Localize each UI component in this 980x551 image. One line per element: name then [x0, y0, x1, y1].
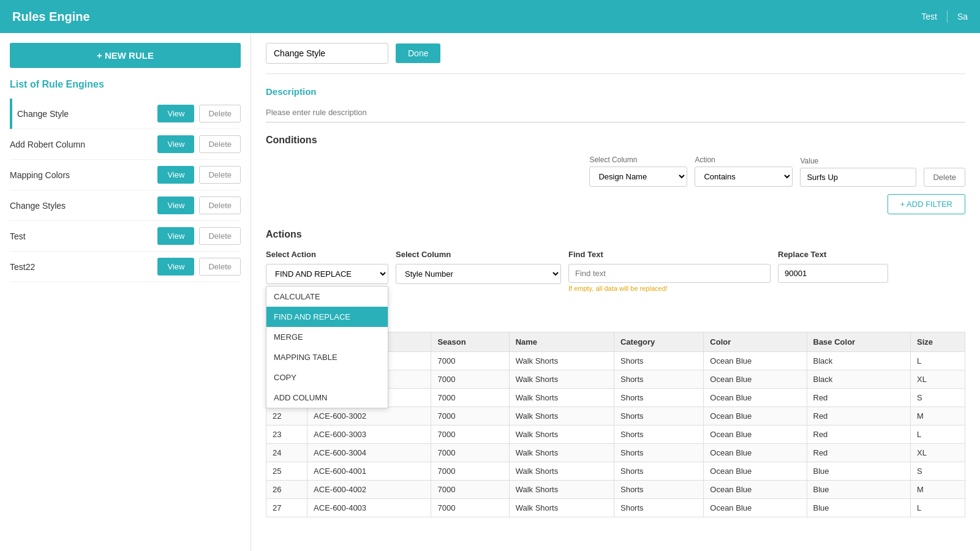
- table-cell: Red: [807, 425, 911, 444]
- table-cell: Shorts: [614, 425, 703, 444]
- table-cell: M: [911, 407, 965, 425]
- action-dropdown[interactable]: Contains Equals: [695, 167, 793, 187]
- rule-item: Mapping ColorsViewDelete: [10, 160, 241, 190]
- rule-name-input[interactable]: [266, 43, 388, 64]
- select-column-dropdown[interactable]: Design Name Style Number: [589, 167, 687, 187]
- dropdown-item[interactable]: MERGE: [266, 327, 388, 347]
- table-cell: Shorts: [614, 389, 703, 407]
- table-row: 26ACE-600-40027000Walk ShortsShortsOcean…: [266, 481, 965, 499]
- table-cell: Walk Shorts: [509, 444, 614, 462]
- delete-button[interactable]: Delete: [199, 258, 241, 276]
- select-column-label: Select Column: [589, 156, 687, 164]
- table-cell: Ocean Blue: [704, 389, 807, 407]
- table-cell: Walk Shorts: [509, 370, 614, 389]
- dropdown-item[interactable]: CALCULATE: [266, 287, 388, 307]
- delete-button[interactable]: Delete: [199, 227, 241, 245]
- table-cell: M: [911, 481, 965, 499]
- conditions-row: Select Column Design Name Style Number A…: [266, 156, 965, 187]
- view-button[interactable]: View: [157, 197, 194, 214]
- table-row: 23ACE-600-30037000Walk ShortsShortsOcean…: [266, 425, 965, 444]
- dropdown-item[interactable]: MAPPING TABLE: [266, 347, 388, 367]
- dropdown-item[interactable]: ADD COLUMN: [266, 388, 388, 408]
- table-cell: 24: [266, 444, 307, 462]
- nav-test[interactable]: Test: [921, 12, 937, 21]
- action-group: Action Contains Equals: [695, 156, 793, 187]
- action-select[interactable]: FIND AND REPLACE CALCULATE MERGE MAPPING…: [266, 264, 388, 284]
- rule-item: Test22ViewDelete: [10, 252, 241, 282]
- table-cell: Shorts: [614, 481, 703, 499]
- new-rule-button[interactable]: + NEW RULE: [10, 43, 241, 68]
- rule-actions: ViewDelete: [157, 258, 241, 276]
- rules-list: Change StyleViewDeleteAdd Robert ColumnV…: [10, 99, 241, 282]
- find-text-input[interactable]: [568, 264, 771, 283]
- table-cell: 7000: [431, 462, 509, 481]
- delete-button[interactable]: Delete: [199, 135, 241, 153]
- table-cell: 25: [266, 462, 307, 481]
- table-header: Name: [509, 332, 614, 352]
- table-cell: 7000: [431, 425, 509, 444]
- replace-text-input[interactable]: [778, 264, 888, 283]
- value-input[interactable]: [800, 168, 916, 187]
- delete-condition-button[interactable]: Delete: [924, 168, 965, 187]
- view-button[interactable]: View: [157, 135, 194, 153]
- table-cell: Red: [807, 407, 911, 425]
- table-row: 27ACE-600-40037000Walk ShortsShortsOcean…: [266, 499, 965, 517]
- rule-item: Change StyleViewDelete: [10, 99, 241, 129]
- delete-button[interactable]: Delete: [199, 166, 241, 184]
- table-cell: Ocean Blue: [704, 481, 807, 499]
- table-cell: L: [911, 352, 965, 370]
- header-select-column: Select Column: [396, 250, 561, 259]
- select-column-group: Select Column Design Name Style Number: [589, 156, 687, 187]
- table-cell: S: [911, 462, 965, 481]
- table-cell: Shorts: [614, 352, 703, 370]
- delete-button[interactable]: Delete: [199, 105, 241, 122]
- table-cell: Shorts: [614, 462, 703, 481]
- nav-sa: Sa: [957, 12, 968, 21]
- table-cell: ACE-600-3003: [307, 425, 431, 444]
- main-layout: + NEW RULE List of Rule Engines Change S…: [0, 33, 980, 551]
- table-row: 25ACE-600-40017000Walk ShortsShortsOcean…: [266, 462, 965, 481]
- rule-name-label: Add Robert Column: [10, 140, 157, 149]
- table-cell: L: [911, 425, 965, 444]
- table-cell: Blue: [807, 481, 911, 499]
- table-header: Base Color: [807, 332, 911, 352]
- description-label: Description: [266, 86, 965, 97]
- dropdown-item[interactable]: FIND AND REPLACE: [266, 307, 388, 327]
- sidebar: + NEW RULE List of Rule Engines Change S…: [0, 33, 251, 551]
- action-label: Action: [695, 156, 793, 164]
- view-button[interactable]: View: [157, 227, 194, 245]
- delete-button[interactable]: Delete: [199, 197, 241, 214]
- table-cell: Walk Shorts: [509, 481, 614, 499]
- table-cell: Ocean Blue: [704, 499, 807, 517]
- action-select-wrapper: FIND AND REPLACE CALCULATE MERGE MAPPING…: [266, 264, 388, 284]
- done-button[interactable]: Done: [396, 43, 440, 63]
- rule-item: Add Robert ColumnViewDelete: [10, 129, 241, 160]
- table-cell: 7000: [431, 370, 509, 389]
- table-header: Category: [614, 332, 703, 352]
- table-cell: S: [911, 389, 965, 407]
- table-cell: Walk Shorts: [509, 352, 614, 370]
- description-input[interactable]: [266, 103, 965, 122]
- rule-actions: ViewDelete: [157, 227, 241, 245]
- table-cell: Walk Shorts: [509, 462, 614, 481]
- list-title: List of Rule Engines: [10, 79, 241, 90]
- conditions-title: Conditions: [266, 135, 965, 146]
- table-header: Size: [911, 332, 965, 352]
- column-select[interactable]: Style Number Design Name: [396, 264, 561, 284]
- rule-name-label: Change Style: [17, 109, 157, 119]
- header-divider: [947, 10, 948, 23]
- table-cell: Black: [807, 352, 911, 370]
- table-cell: Black: [807, 370, 911, 389]
- table-cell: Ocean Blue: [704, 407, 807, 425]
- view-button[interactable]: View: [157, 166, 194, 184]
- warning-text: If empty, all data will be replaced!: [568, 285, 771, 292]
- dropdown-item[interactable]: COPY: [266, 367, 388, 388]
- table-cell: Walk Shorts: [509, 425, 614, 444]
- table-cell: XL: [911, 370, 965, 389]
- view-button[interactable]: View: [157, 105, 194, 122]
- rule-actions: ViewDelete: [157, 105, 241, 122]
- add-filter-button[interactable]: + ADD FILTER: [888, 194, 965, 214]
- actions-title: Actions: [266, 229, 965, 240]
- view-button[interactable]: View: [157, 258, 194, 276]
- table-row: 22ACE-600-30027000Walk ShortsShortsOcean…: [266, 407, 965, 425]
